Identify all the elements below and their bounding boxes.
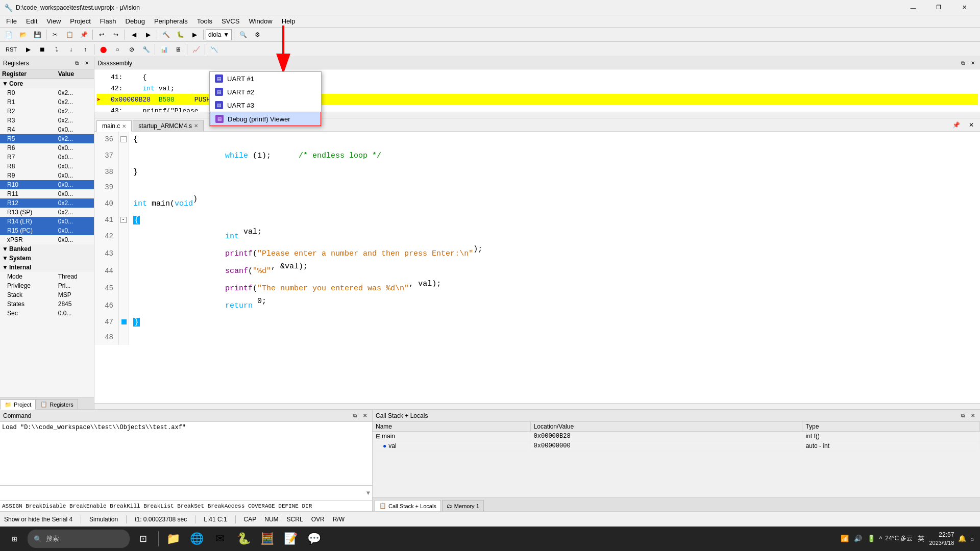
register-row[interactable]: ▼Core [0, 79, 94, 88]
register-row[interactable]: R30x2... [0, 116, 94, 125]
tray-corner[interactable]: ⌂ [970, 536, 974, 542]
register-row[interactable]: StackMSP [0, 290, 94, 299]
tray-notifications[interactable]: 🔔 [957, 534, 967, 544]
tab-memory-1[interactable]: 🗂 Memory 1 [442, 500, 484, 511]
step-out-button[interactable]: ↑ [79, 43, 92, 56]
register-row[interactable]: ▼System [0, 254, 94, 263]
perf-button[interactable]: 📉 [207, 43, 220, 56]
command-float-button[interactable]: ⧉ [351, 412, 359, 420]
search-button[interactable]: 🔍 [236, 29, 250, 41]
taskbar-app-earth[interactable]: 🌐 [185, 528, 208, 550]
taskbar-app-wx[interactable]: 💬 [303, 528, 325, 550]
register-row[interactable]: R40x0... [0, 125, 94, 134]
run-button[interactable]: ▶ [188, 29, 201, 41]
maximize-button[interactable]: ❐ [927, 0, 950, 15]
step-over-button[interactable]: ⤵ [50, 43, 63, 56]
tray-language[interactable]: 英 [916, 534, 926, 544]
menu-item-help[interactable]: Help [278, 16, 300, 26]
register-row[interactable]: ModeThread [0, 272, 94, 281]
save-button[interactable]: 💾 [31, 29, 44, 41]
forward-button[interactable]: ▶ [141, 29, 155, 41]
serial-dropdown[interactable]: ▤ UART #1 ▤ UART #2 ▤ UART #3 ▤ Debug (p… [209, 71, 322, 127]
register-row[interactable]: R90x0... [0, 171, 94, 180]
start-button[interactable]: ⊞ [2, 527, 27, 551]
taskbar-app-snake[interactable]: 🐍 [232, 528, 255, 550]
menu-item-svcs[interactable]: SVCS [217, 16, 243, 26]
taskbar-app-explorer[interactable]: 📁 [162, 528, 184, 550]
disasm-close-button[interactable]: ✕ [969, 59, 977, 67]
register-row[interactable]: R15 (PC)0x0... [0, 226, 94, 235]
tray-sound[interactable]: 🔊 [853, 534, 863, 544]
register-row[interactable]: Sec0.0... [0, 309, 94, 318]
menu-item-file[interactable]: File [2, 16, 21, 26]
taskbar-search[interactable]: 🔍 搜索 [28, 530, 130, 548]
dropdown-uart1[interactable]: ▤ UART #1 [210, 72, 321, 85]
menu-item-project[interactable]: Project [66, 16, 94, 26]
registers-float-button[interactable]: ⧉ [72, 59, 81, 67]
dropdown-uart3[interactable]: ▤ UART #3 [210, 98, 321, 112]
callstack-close-button[interactable]: ✕ [969, 412, 977, 420]
collapse-button[interactable]: - [120, 136, 127, 142]
tab-call-stack-locals[interactable]: 📋 Call Stack + Locals [375, 500, 441, 511]
register-row[interactable]: R120x2... [0, 198, 94, 208]
menu-item-debug[interactable]: Debug [121, 16, 149, 26]
cut-button[interactable]: ✂ [48, 29, 62, 41]
command-input[interactable] [2, 490, 366, 497]
register-row[interactable]: R10x2... [0, 97, 94, 107]
disasm-float-button[interactable]: ⧉ [959, 59, 967, 67]
close-button[interactable]: ✕ [952, 0, 976, 15]
register-row[interactable]: R20x2... [0, 107, 94, 116]
copy-button[interactable]: 📋 [63, 29, 76, 41]
tray-battery[interactable]: 🔋 [866, 534, 876, 544]
open-button[interactable]: 📂 [16, 29, 30, 41]
register-row[interactable]: R00x2... [0, 88, 94, 97]
dropdown-debug-printf[interactable]: ▤ Debug (printf) Viewer [210, 112, 321, 126]
tray-clock[interactable]: 22:57 2023/9/18 [929, 531, 954, 546]
tab-registers[interactable]: 📋 Registers [36, 399, 78, 409]
taskbar-app-mail[interactable]: ✉ [209, 528, 231, 550]
collapse-button-41[interactable]: - [120, 217, 127, 223]
tab-project[interactable]: 📁 Project [0, 399, 36, 410]
close-startup[interactable]: ✕ [194, 123, 198, 129]
menu-item-peripherals[interactable]: Peripherals [150, 16, 192, 26]
memory-view-button[interactable]: 📊 [157, 43, 170, 56]
taskbar-app-calc[interactable]: 🧮 [256, 528, 278, 550]
register-row[interactable]: ▼Banked [0, 244, 94, 254]
redo-button[interactable]: ↪ [109, 29, 122, 41]
menu-item-flash[interactable]: Flash [96, 16, 120, 26]
tab-main-c[interactable]: main.c ✕ [96, 120, 132, 132]
reset-button[interactable]: RST [2, 43, 20, 56]
clear-bp-button[interactable]: ○ [111, 43, 124, 56]
breakpoint-button[interactable]: ⬤ [96, 43, 110, 56]
settings-button[interactable]: ⚙ [251, 29, 264, 41]
tab-close-button[interactable]: ✕ [965, 119, 978, 131]
debug-button[interactable]: 🐛 [174, 29, 187, 41]
callstack-row[interactable]: ⊟main0x00000B28int f() [373, 432, 980, 441]
code-editor[interactable]: 36 - { 37 while (1); /* endless loop */ [94, 132, 980, 403]
build-button[interactable]: 🔨 [159, 29, 173, 41]
undo-button[interactable]: ↩ [95, 29, 108, 41]
command-close-button[interactable]: ✕ [361, 412, 369, 420]
task-view-button[interactable]: ⊡ [131, 527, 155, 551]
callstack-row[interactable]: ●val0x00000000auto - int [373, 441, 980, 451]
register-row[interactable]: R100x0... [0, 180, 94, 189]
serial-view-button[interactable]: 🖥 [172, 43, 185, 56]
register-row[interactable]: xPSR0x0... [0, 235, 94, 244]
registers-close-button[interactable]: ✕ [83, 59, 91, 67]
menu-item-view[interactable]: View [42, 16, 65, 26]
code-scrollbar-h[interactable] [94, 403, 980, 409]
menu-item-edit[interactable]: Edit [22, 16, 41, 26]
menu-item-window[interactable]: Window [244, 16, 276, 26]
step-in-button[interactable]: ↓ [64, 43, 78, 56]
register-row[interactable]: R13 (SP)0x2... [0, 208, 94, 217]
tab-startup[interactable]: startup_ARMCM4.s ✕ [133, 120, 204, 131]
bp-settings-button[interactable]: 🔧 [139, 43, 153, 56]
close-main-c[interactable]: ✕ [122, 123, 126, 129]
disable-bp-button[interactable]: ⊘ [125, 43, 138, 56]
paste-button[interactable]: 📌 [77, 29, 90, 41]
register-row[interactable]: R60x0... [0, 143, 94, 153]
register-row[interactable]: R14 (LR)0x0... [0, 217, 94, 226]
target-dropdown[interactable]: diola ▼ [206, 29, 232, 40]
callstack-float-button[interactable]: ⧉ [959, 412, 967, 420]
stop-button[interactable]: ⏹ [36, 43, 49, 56]
